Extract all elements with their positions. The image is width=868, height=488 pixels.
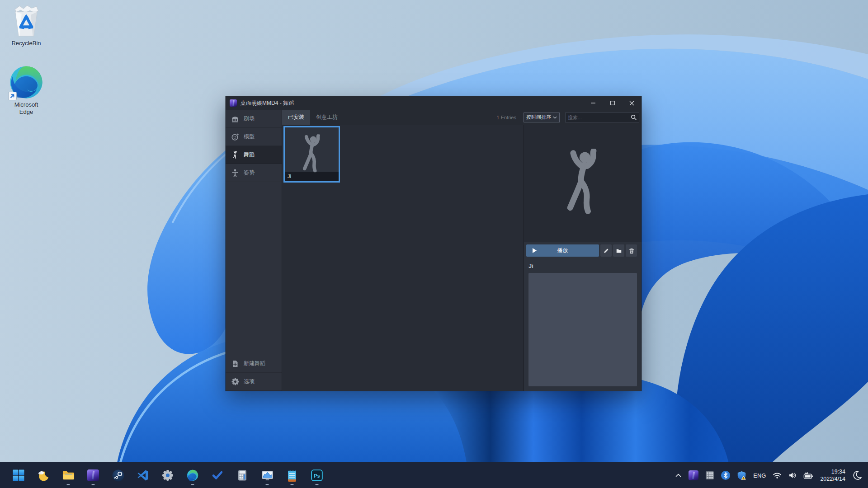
model-face-icon <box>231 133 239 141</box>
desktop-icon-area: RecycleBin Micros <box>5 4 47 116</box>
search-box <box>565 113 639 122</box>
close-button[interactable] <box>622 96 642 110</box>
sidebar-item-new-dance[interactable]: 新建舞蹈 <box>226 355 282 373</box>
taskbar-vscode[interactable] <box>134 465 152 486</box>
weather-moon-icon <box>38 469 50 482</box>
pencil-icon <box>603 248 609 254</box>
clock-date: 2022/4/14 <box>820 475 845 483</box>
notepad-icon <box>287 469 297 482</box>
taskbar-todo[interactable] <box>208 465 226 486</box>
tray-mmd-app[interactable] <box>687 466 700 484</box>
tab-workshop[interactable]: 创意工坊 <box>310 110 344 125</box>
sidebar-item-label: 剧场 <box>244 115 255 122</box>
maximize-button[interactable] <box>603 96 622 110</box>
sidebar-item-label: 新建舞蹈 <box>244 360 265 367</box>
toolbar: 已安装 创意工坊 1 Entries 按时间排序 <box>282 110 642 125</box>
sidebar-item-pose[interactable]: 姿势 <box>226 164 282 182</box>
tray-grid-app[interactable] <box>704 466 716 484</box>
dance-preview <box>524 125 642 242</box>
tray-volume[interactable] <box>787 466 798 484</box>
window-title: 桌面萌娘MMD4 - 舞蹈 <box>241 99 294 107</box>
gear-icon <box>231 378 239 386</box>
trash-icon <box>628 248 635 254</box>
desktop-icon-label: Microsoft Edge <box>7 101 46 116</box>
tray-show-hidden-icons[interactable] <box>674 466 683 484</box>
window-titlebar[interactable]: 桌面萌娘MMD4 - 舞蹈 <box>226 96 642 110</box>
dance-card-label: Ji <box>285 172 339 181</box>
wifi-icon <box>773 472 782 479</box>
vscode-icon <box>137 469 149 481</box>
desktop: RecycleBin Micros <box>0 0 868 488</box>
settings-gear-icon <box>162 469 174 481</box>
taskbar-apps: Ps <box>9 462 326 488</box>
sidebar-item-dance[interactable]: 舞蹈 <box>226 146 282 164</box>
sidebar-item-label: 选项 <box>244 378 255 385</box>
bluetooth-icon <box>721 471 730 480</box>
chevron-up-icon <box>675 473 682 478</box>
taskbar-edge[interactable] <box>184 465 202 486</box>
battery-charging-icon <box>803 472 813 479</box>
sort-dropdown[interactable]: 按时间排序 <box>524 113 560 122</box>
desktop-icon-label: RecycleBin <box>11 40 41 47</box>
app-window-icon <box>230 99 237 107</box>
taskbar-start-button[interactable] <box>9 465 28 486</box>
tray-night-mode[interactable] <box>851 466 863 484</box>
system-tray: ENG <box>674 462 863 488</box>
taskbar-steam[interactable] <box>109 465 127 486</box>
sidebar: 剧场 模型 <box>226 110 282 391</box>
tray-battery[interactable] <box>802 466 815 484</box>
sidebar-item-options[interactable]: 选项 <box>226 373 282 391</box>
taskbar-file-explorer[interactable] <box>59 465 77 486</box>
speaker-icon <box>788 472 797 479</box>
desktop-icon-recycle-bin[interactable]: RecycleBin <box>11 4 41 47</box>
taskbar: Ps <box>0 462 868 488</box>
taskbar-mmd-app[interactable] <box>84 465 102 486</box>
minimize-button[interactable] <box>583 96 603 110</box>
taskbar-photoshop[interactable]: Ps <box>308 465 326 486</box>
mmd-app-icon <box>689 470 698 480</box>
theater-stage-icon <box>231 115 239 123</box>
open-folder-button[interactable] <box>613 244 624 257</box>
description-box <box>528 273 637 386</box>
taskbar-settings[interactable] <box>159 465 177 486</box>
tray-language-indicator[interactable]: ENG <box>752 466 767 484</box>
windows-start-icon <box>13 469 24 481</box>
tray-bluetooth[interactable] <box>720 466 731 484</box>
tray-clock[interactable]: 19:34 2022/4/14 <box>819 466 847 484</box>
taskbar-weather-widget[interactable] <box>34 465 52 486</box>
performance-monitor-icon <box>261 470 274 481</box>
dance-card-ji[interactable]: Ji <box>283 126 340 183</box>
taskbar-task-manager[interactable] <box>258 465 276 486</box>
taskbar-calculator[interactable] <box>233 465 251 486</box>
delete-button[interactable] <box>626 244 637 257</box>
grid-app-icon <box>705 471 714 480</box>
desktop-icon-microsoft-edge[interactable]: Microsoft Edge <box>7 47 46 116</box>
folder-icon <box>616 248 622 254</box>
dance-card-grid: Ji <box>282 125 524 391</box>
mmd-app-icon <box>87 469 99 481</box>
check-icon <box>212 469 223 481</box>
search-icon <box>631 114 637 120</box>
play-button[interactable]: 播放 <box>526 244 599 257</box>
sidebar-item-label: 模型 <box>244 133 255 141</box>
sidebar-item-model[interactable]: 模型 <box>226 128 282 146</box>
tray-security-shield[interactable] <box>736 466 748 484</box>
search-input[interactable] <box>568 115 631 120</box>
sidebar-item-theater[interactable]: 剧场 <box>226 110 282 128</box>
edit-button[interactable] <box>600 244 612 257</box>
taskbar-notepad[interactable] <box>283 465 301 486</box>
clock-time: 19:34 <box>831 468 845 475</box>
shield-warning-icon <box>737 471 746 480</box>
tray-wifi[interactable] <box>771 466 783 484</box>
sidebar-item-label: 舞蹈 <box>244 151 255 159</box>
moon-icon <box>852 470 862 480</box>
recycle-bin-icon <box>11 4 41 38</box>
sidebar-spacer <box>226 182 282 355</box>
tab-installed[interactable]: 已安装 <box>282 110 310 125</box>
detail-panel: 播放 <box>524 125 642 391</box>
selected-dance-name: Ji <box>528 263 642 269</box>
edge-icon <box>187 469 198 481</box>
dancer-icon <box>231 151 239 159</box>
pose-figure-icon <box>231 169 239 177</box>
chevron-down-icon <box>553 116 557 119</box>
